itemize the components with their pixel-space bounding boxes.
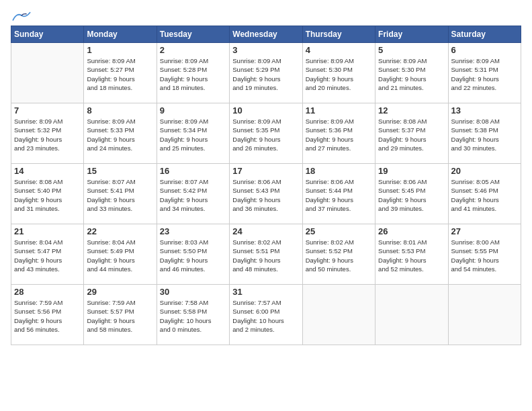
calendar-cell: 14Sunrise: 8:08 AM Sunset: 5:40 PM Dayli… xyxy=(11,164,84,224)
day-number: 20 xyxy=(451,166,518,176)
calendar-cell xyxy=(11,43,84,103)
calendar-week-2: 7Sunrise: 8:09 AM Sunset: 5:32 PM Daylig… xyxy=(11,103,521,164)
page-header xyxy=(11,11,521,19)
calendar-cell: 8Sunrise: 8:09 AM Sunset: 5:33 PM Daylig… xyxy=(84,103,157,164)
day-number: 23 xyxy=(160,226,226,236)
calendar-cell: 18Sunrise: 8:06 AM Sunset: 5:44 PM Dayli… xyxy=(302,164,375,224)
day-info: Sunrise: 8:03 AM Sunset: 5:50 PM Dayligh… xyxy=(160,238,226,273)
day-number: 30 xyxy=(160,287,226,297)
calendar-week-1: 1Sunrise: 8:09 AM Sunset: 5:27 PM Daylig… xyxy=(11,43,521,103)
day-info: Sunrise: 8:06 AM Sunset: 5:44 PM Dayligh… xyxy=(306,177,372,213)
day-number: 9 xyxy=(160,105,226,116)
calendar-cell: 13Sunrise: 8:08 AM Sunset: 5:38 PM Dayli… xyxy=(448,103,521,164)
day-number: 7 xyxy=(14,105,81,116)
day-info: Sunrise: 8:06 AM Sunset: 5:43 PM Dayligh… xyxy=(232,177,299,213)
calendar-week-4: 21Sunrise: 8:04 AM Sunset: 5:47 PM Dayli… xyxy=(11,224,521,285)
calendar-cell: 4Sunrise: 8:09 AM Sunset: 5:30 PM Daylig… xyxy=(302,43,375,103)
day-number: 12 xyxy=(378,105,445,116)
day-info: Sunrise: 7:57 AM Sunset: 6:00 PM Dayligh… xyxy=(232,298,299,334)
calendar-cell: 16Sunrise: 8:07 AM Sunset: 5:42 PM Dayli… xyxy=(157,164,229,224)
calendar-cell: 22Sunrise: 8:04 AM Sunset: 5:49 PM Dayli… xyxy=(84,224,157,285)
calendar-cell: 24Sunrise: 8:02 AM Sunset: 5:51 PM Dayli… xyxy=(230,224,302,285)
day-number: 17 xyxy=(232,166,299,176)
logo-bird-icon xyxy=(12,11,31,23)
day-number: 1 xyxy=(87,45,153,55)
day-number: 11 xyxy=(306,105,372,116)
day-info: Sunrise: 8:09 AM Sunset: 5:30 PM Dayligh… xyxy=(378,56,445,92)
day-info: Sunrise: 8:05 AM Sunset: 5:46 PM Dayligh… xyxy=(451,177,518,213)
day-info: Sunrise: 8:02 AM Sunset: 5:52 PM Dayligh… xyxy=(306,238,372,273)
day-info: Sunrise: 8:08 AM Sunset: 5:37 PM Dayligh… xyxy=(378,117,445,152)
day-info: Sunrise: 8:06 AM Sunset: 5:45 PM Dayligh… xyxy=(378,177,445,213)
day-number: 28 xyxy=(14,287,81,297)
header-thursday: Thursday xyxy=(302,26,375,43)
header-wednesday: Wednesday xyxy=(230,26,302,43)
calendar-header-row: SundayMondayTuesdayWednesdayThursdayFrid… xyxy=(11,26,521,43)
calendar-cell: 26Sunrise: 8:01 AM Sunset: 5:53 PM Dayli… xyxy=(375,224,448,285)
calendar-week-3: 14Sunrise: 8:08 AM Sunset: 5:40 PM Dayli… xyxy=(11,164,521,224)
day-info: Sunrise: 8:09 AM Sunset: 5:29 PM Dayligh… xyxy=(232,56,299,92)
day-info: Sunrise: 8:09 AM Sunset: 5:33 PM Dayligh… xyxy=(87,117,153,152)
day-info: Sunrise: 8:04 AM Sunset: 5:49 PM Dayligh… xyxy=(87,238,153,273)
calendar-cell xyxy=(302,285,375,345)
day-number: 5 xyxy=(378,45,445,55)
calendar-week-5: 28Sunrise: 7:59 AM Sunset: 5:56 PM Dayli… xyxy=(11,285,521,345)
day-number: 2 xyxy=(160,45,226,55)
calendar-table: SundayMondayTuesdayWednesdayThursdayFrid… xyxy=(11,26,521,345)
day-info: Sunrise: 8:08 AM Sunset: 5:40 PM Dayligh… xyxy=(14,177,81,213)
day-info: Sunrise: 8:02 AM Sunset: 5:51 PM Dayligh… xyxy=(232,238,299,273)
calendar-cell: 27Sunrise: 8:00 AM Sunset: 5:55 PM Dayli… xyxy=(448,224,521,285)
calendar-cell: 2Sunrise: 8:09 AM Sunset: 5:28 PM Daylig… xyxy=(157,43,229,103)
day-info: Sunrise: 8:07 AM Sunset: 5:41 PM Dayligh… xyxy=(87,177,153,213)
calendar-cell: 28Sunrise: 7:59 AM Sunset: 5:56 PM Dayli… xyxy=(11,285,84,345)
calendar-cell: 29Sunrise: 7:59 AM Sunset: 5:57 PM Dayli… xyxy=(84,285,157,345)
day-info: Sunrise: 8:09 AM Sunset: 5:28 PM Dayligh… xyxy=(160,56,226,92)
day-info: Sunrise: 8:07 AM Sunset: 5:42 PM Dayligh… xyxy=(160,177,226,213)
calendar-cell: 23Sunrise: 8:03 AM Sunset: 5:50 PM Dayli… xyxy=(157,224,229,285)
day-info: Sunrise: 8:04 AM Sunset: 5:47 PM Dayligh… xyxy=(14,238,81,273)
calendar-cell xyxy=(448,285,521,345)
calendar-cell: 17Sunrise: 8:06 AM Sunset: 5:43 PM Dayli… xyxy=(230,164,302,224)
day-info: Sunrise: 8:00 AM Sunset: 5:55 PM Dayligh… xyxy=(451,238,518,273)
day-info: Sunrise: 8:09 AM Sunset: 5:32 PM Dayligh… xyxy=(14,117,81,152)
day-info: Sunrise: 7:58 AM Sunset: 5:58 PM Dayligh… xyxy=(160,298,226,334)
day-number: 25 xyxy=(306,226,372,236)
calendar-cell: 12Sunrise: 8:08 AM Sunset: 5:37 PM Dayli… xyxy=(375,103,448,164)
day-info: Sunrise: 8:09 AM Sunset: 5:27 PM Dayligh… xyxy=(87,56,153,92)
day-info: Sunrise: 7:59 AM Sunset: 5:57 PM Dayligh… xyxy=(87,298,153,334)
header-monday: Monday xyxy=(84,26,157,43)
day-number: 14 xyxy=(14,166,81,176)
day-info: Sunrise: 8:09 AM Sunset: 5:34 PM Dayligh… xyxy=(160,117,226,152)
day-info: Sunrise: 8:09 AM Sunset: 5:35 PM Dayligh… xyxy=(232,117,299,152)
calendar-cell: 7Sunrise: 8:09 AM Sunset: 5:32 PM Daylig… xyxy=(11,103,84,164)
day-info: Sunrise: 8:09 AM Sunset: 5:31 PM Dayligh… xyxy=(451,56,518,92)
day-number: 10 xyxy=(232,105,299,116)
day-number: 22 xyxy=(87,226,153,236)
day-number: 29 xyxy=(87,287,153,297)
calendar-cell: 3Sunrise: 8:09 AM Sunset: 5:29 PM Daylig… xyxy=(230,43,302,103)
calendar-cell: 10Sunrise: 8:09 AM Sunset: 5:35 PM Dayli… xyxy=(230,103,302,164)
day-number: 27 xyxy=(451,226,518,236)
header-saturday: Saturday xyxy=(448,26,521,43)
day-number: 15 xyxy=(87,166,153,176)
calendar-cell: 5Sunrise: 8:09 AM Sunset: 5:30 PM Daylig… xyxy=(375,43,448,103)
day-number: 19 xyxy=(378,166,445,176)
header-friday: Friday xyxy=(375,26,448,43)
day-number: 3 xyxy=(232,45,299,55)
day-number: 8 xyxy=(87,105,153,116)
day-number: 16 xyxy=(160,166,226,176)
calendar-cell: 6Sunrise: 8:09 AM Sunset: 5:31 PM Daylig… xyxy=(448,43,521,103)
calendar-cell: 9Sunrise: 8:09 AM Sunset: 5:34 PM Daylig… xyxy=(157,103,229,164)
calendar-cell: 20Sunrise: 8:05 AM Sunset: 5:46 PM Dayli… xyxy=(448,164,521,224)
calendar-cell xyxy=(375,285,448,345)
calendar-cell: 11Sunrise: 8:09 AM Sunset: 5:36 PM Dayli… xyxy=(302,103,375,164)
day-number: 18 xyxy=(306,166,372,176)
calendar-cell: 25Sunrise: 8:02 AM Sunset: 5:52 PM Dayli… xyxy=(302,224,375,285)
day-info: Sunrise: 7:59 AM Sunset: 5:56 PM Dayligh… xyxy=(14,298,81,334)
day-number: 24 xyxy=(232,226,299,236)
logo xyxy=(11,11,31,19)
calendar-cell: 19Sunrise: 8:06 AM Sunset: 5:45 PM Dayli… xyxy=(375,164,448,224)
day-number: 31 xyxy=(232,287,299,297)
calendar-cell: 1Sunrise: 8:09 AM Sunset: 5:27 PM Daylig… xyxy=(84,43,157,103)
day-number: 4 xyxy=(306,45,372,55)
